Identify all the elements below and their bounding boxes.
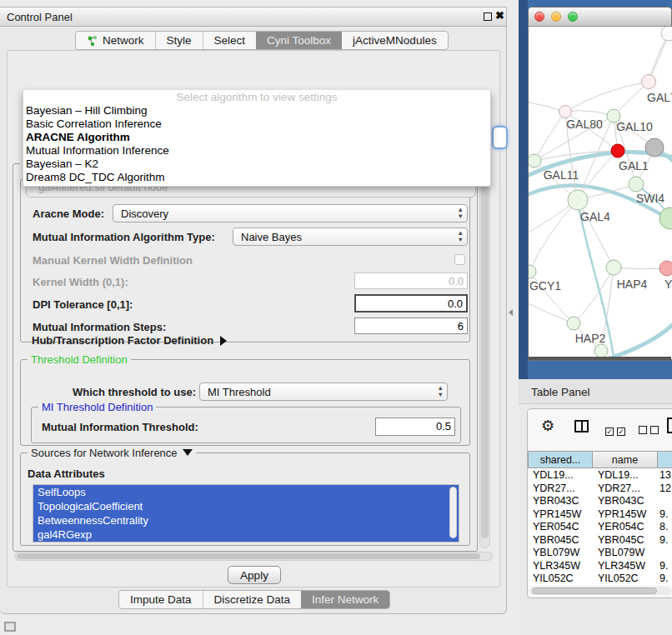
- node-hap4[interactable]: [606, 260, 621, 275]
- attribute-item[interactable]: BetweennessCentrality: [33, 513, 459, 528]
- mi-threshold-field[interactable]: 0.5: [375, 418, 455, 436]
- mi-threshold-label: Mutual Information Threshold:: [42, 421, 198, 433]
- scrollbar-thumb[interactable]: [17, 553, 480, 559]
- table-row[interactable]: YER054CYER054C8.: [528, 520, 672, 533]
- node-table-container: ⚙ ✓✓ shared... name YDL19...YDL19...13 Y…: [527, 408, 672, 598]
- network-window: GAL7 GAL80 GAL10 GAL1 GAL11 SWI4 GAL4 GC…: [528, 7, 672, 361]
- column-chooser-icon[interactable]: [574, 420, 589, 432]
- node-gcy1[interactable]: [529, 265, 536, 278]
- node-label: GAL7: [647, 91, 672, 104]
- node-bottom[interactable]: [594, 344, 608, 358]
- algorithm-option[interactable]: Dream8 DC_TDC Algorithm: [23, 171, 490, 184]
- table-row[interactable]: YDL19...YDL19...13: [528, 468, 672, 482]
- tab-cyni-toolbox[interactable]: Cyni Toolbox: [256, 32, 342, 49]
- select-all-icon[interactable]: ✓✓: [605, 422, 629, 438]
- unchecked-box-icon: [650, 426, 659, 434]
- panel-grip-icon[interactable]: [4, 622, 16, 632]
- table-row[interactable]: YLR345WYLR345W9.: [528, 559, 672, 572]
- tab-infer-network[interactable]: Infer Network: [301, 591, 389, 608]
- mi-type-combobox[interactable]: Naive Bayes ▲▼: [233, 228, 468, 246]
- node-gal1-selected[interactable]: [611, 144, 624, 158]
- node-label: Y: [664, 278, 672, 291]
- deselect-all-icon[interactable]: [639, 422, 662, 438]
- sources-title[interactable]: Sources for Network Inference: [28, 447, 196, 459]
- tab-jactivemnodules[interactable]: jActiveMNodules: [342, 32, 448, 49]
- tab-network[interactable]: Network: [76, 32, 155, 49]
- close-traffic-light-icon[interactable]: [534, 12, 544, 22]
- aracne-mode-combobox[interactable]: Discovery ▲▼: [113, 204, 468, 222]
- mi-threshold-group: MI Threshold Definition Mutual Informati…: [31, 407, 461, 443]
- table-row[interactable]: YBR045CYBR045C9.: [528, 533, 672, 547]
- attribute-item[interactable]: SelfLoops: [33, 485, 459, 499]
- node-hap2[interactable]: [567, 317, 580, 330]
- apply-button[interactable]: Apply: [228, 566, 281, 584]
- table-row[interactable]: YDR27...YDR27...12: [528, 482, 672, 495]
- table-row[interactable]: YPR145WYPR145W9.: [528, 508, 672, 521]
- node-label: GCY1: [529, 279, 561, 292]
- column-header-name[interactable]: name: [593, 451, 658, 468]
- table-header-row: shared... name: [528, 451, 672, 468]
- scrollbar-thumb[interactable]: [481, 168, 489, 538]
- dpi-tolerance-label: DPI Tolerance [0,1]:: [33, 298, 133, 311]
- page-icon[interactable]: [667, 418, 672, 433]
- network-panel-edge: [519, 0, 528, 379]
- network-window-titlebar[interactable]: [529, 8, 671, 27]
- which-threshold-combobox[interactable]: MI Threshold ▲▼: [199, 382, 448, 401]
- gear-icon[interactable]: ⚙: [541, 417, 554, 435]
- tab-network-label: Network: [103, 34, 144, 47]
- algorithm-option-selected[interactable]: ARACNE Algorithm: [23, 131, 490, 144]
- node-gal4[interactable]: [568, 190, 588, 210]
- network-canvas[interactable]: GAL7 GAL80 GAL10 GAL1 GAL11 SWI4 GAL4 GC…: [529, 27, 672, 359]
- node-gal80[interactable]: [559, 106, 572, 118]
- tab-discretize-data[interactable]: Discretize Data: [203, 591, 302, 608]
- settings-vertical-scrollbar[interactable]: [479, 165, 490, 548]
- algorithm-option[interactable]: Mutual Information Inference: [23, 144, 490, 158]
- algorithm-dropdown: Select algorithm to view settings Bayesi…: [23, 90, 491, 187]
- focused-combobox-fragment[interactable]: [492, 126, 508, 149]
- node-salmon[interactable]: [659, 261, 672, 276]
- scrollbar-thumb[interactable]: [532, 588, 657, 594]
- attribute-item[interactable]: gal4RGexp: [33, 528, 459, 542]
- node-gal11[interactable]: [529, 154, 541, 168]
- table-row[interactable]: YBL079WYBL079W: [528, 546, 672, 559]
- float-window-icon[interactable]: [484, 12, 492, 21]
- tab-select[interactable]: Select: [203, 32, 257, 49]
- divider-collapse-icon[interactable]: [509, 309, 513, 316]
- network-graph: GAL7 GAL80 GAL10 GAL1 GAL11 SWI4 GAL4 GC…: [529, 27, 672, 359]
- close-icon[interactable]: ✖: [495, 9, 504, 22]
- cyni-bottom-tabbar: Impute Data Discretize Data Infer Networ…: [118, 590, 390, 609]
- attribute-item[interactable]: TopologicalCoefficient: [33, 499, 459, 513]
- tab-style[interactable]: Style: [155, 32, 203, 49]
- mi-steps-field[interactable]: 6: [354, 318, 468, 334]
- cyni-algorithm-settings-group: Cyni Algorithm Settings Algorithm Defini…: [13, 163, 478, 552]
- zoom-traffic-light-icon[interactable]: [568, 12, 578, 22]
- dpi-tolerance-field[interactable]: 0.0: [354, 294, 468, 312]
- node-gal7[interactable]: [642, 75, 656, 89]
- spinner-arrows-icon: ▲▼: [458, 230, 464, 243]
- node-gray[interactable]: [645, 138, 664, 157]
- table-row[interactable]: YIL052CYIL052C9.: [528, 572, 672, 585]
- node-swi4[interactable]: [629, 177, 644, 192]
- manual-kernel-checkbox[interactable]: [454, 254, 465, 265]
- algorithm-option[interactable]: Basic Correlation Inference: [23, 118, 490, 131]
- column-header-partial[interactable]: [658, 451, 672, 468]
- settings-horizontal-scrollbar[interactable]: [14, 552, 493, 561]
- node-right-green[interactable]: [659, 208, 672, 229]
- node-top[interactable]: [661, 27, 672, 41]
- threshold-definition-group: Threshold Definition Which threshold to …: [20, 359, 470, 446]
- hub-definition-expander[interactable]: Hub/Transcription Factor Definition: [32, 334, 227, 347]
- control-panel-title: Control Panel: [7, 11, 73, 23]
- network-view-panel: GAL7 GAL80 GAL10 GAL1 GAL11 SWI4 GAL4 GC…: [519, 0, 672, 379]
- column-header-shared-name[interactable]: shared...: [528, 451, 593, 468]
- tab-impute-data[interactable]: Impute Data: [119, 591, 203, 608]
- table-panel-titlebar: Table Panel: [519, 379, 672, 404]
- algorithm-select[interactable]: Select algorithm to view settings: [23, 90, 490, 104]
- table-row[interactable]: YBR043CYBR043C: [528, 494, 672, 508]
- algorithm-option[interactable]: Bayesian – Hill Climbing: [23, 104, 490, 118]
- attribute-list-scrollbar[interactable]: [449, 486, 458, 541]
- table-horizontal-scrollbar[interactable]: [529, 587, 671, 595]
- algorithm-option[interactable]: Bayesian – K2: [23, 158, 490, 171]
- kernel-width-field[interactable]: 0.0: [354, 272, 468, 289]
- scrollbar-thumb[interactable]: [449, 487, 457, 538]
- minimize-traffic-light-icon[interactable]: [551, 12, 561, 22]
